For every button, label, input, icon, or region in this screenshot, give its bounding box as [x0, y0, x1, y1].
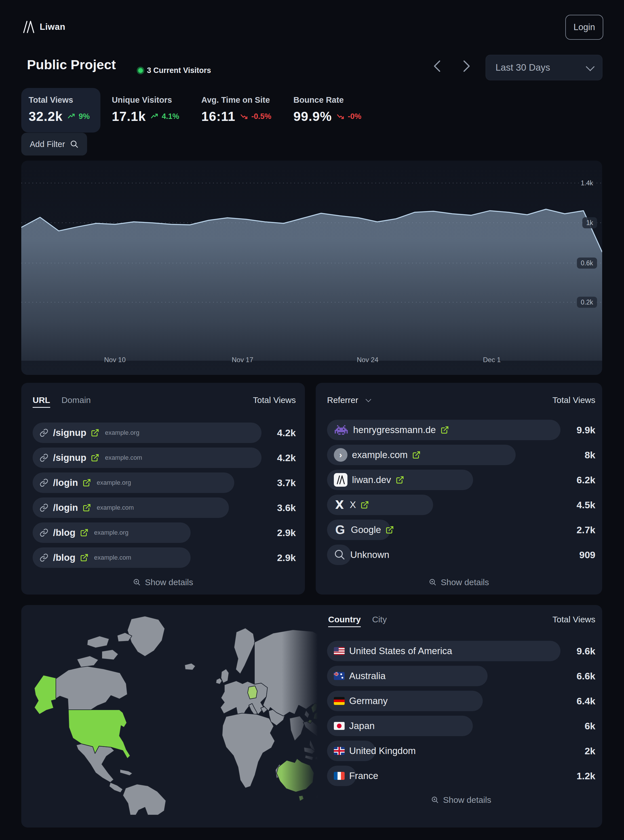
url-row[interactable]: /signup example.org 4.2k [32, 420, 296, 445]
stat-delta: -0.5% [241, 112, 272, 121]
country-row[interactable]: Japan 6k [327, 713, 595, 738]
country-name: France [349, 770, 378, 781]
referrer-name: Google [351, 524, 381, 535]
next-range-button[interactable] [459, 59, 474, 74]
external-link-icon[interactable] [91, 453, 99, 462]
country-row[interactable]: United Kingdom 2k [327, 738, 595, 763]
external-link-icon[interactable] [440, 426, 449, 434]
stat-delta: -0% [337, 112, 361, 121]
url-domain: example.com [105, 454, 142, 461]
referrer-name: example.com [352, 450, 408, 460]
country-name: Japan [349, 721, 375, 731]
url-row[interactable]: /login example.org 3.7k [32, 470, 296, 495]
referrer-dropdown[interactable]: Referrer [327, 395, 369, 405]
url-rows: /signup example.org 4.2k /signup example… [32, 420, 296, 570]
germany-flag-icon [334, 697, 344, 705]
country-row[interactable]: United States of America 9.6k [327, 639, 595, 664]
stat-value: 32.2k [29, 109, 63, 124]
url-path: /signup [53, 427, 86, 438]
stat-avg-time[interactable]: Avg. Time on Site 16:11 -0.5% [194, 88, 282, 133]
x-tick-label: Nov 10 [104, 356, 126, 364]
country-row[interactable]: Germany 6.4k [327, 688, 595, 713]
referrer-name: X [350, 500, 356, 510]
chevron-down-icon [366, 396, 371, 402]
y-tick-label: 1k [582, 217, 597, 229]
url-path: /login [53, 502, 78, 513]
tab-city[interactable]: City [372, 615, 387, 624]
url-row[interactable]: /blog example.com 2.9k [32, 545, 296, 570]
stat-total-views[interactable]: Total Views 32.2k 9% [21, 88, 100, 133]
referrer-show-details-button[interactable]: Show details [316, 577, 602, 587]
area-chart[interactable] [21, 161, 602, 375]
row-views: 2.9k [277, 552, 296, 563]
current-visitors-label: 3 Current Visitors [147, 66, 211, 75]
geo-panel: Country City Total Views United States o… [21, 605, 602, 828]
row-views: 8k [585, 450, 595, 461]
zoom-in-icon [431, 796, 439, 804]
url-show-details-button[interactable]: Show details [21, 577, 305, 587]
login-button[interactable]: Login [565, 15, 603, 40]
stat-delta: 4.1% [151, 112, 179, 121]
stat-bounce-rate[interactable]: Bounce Rate 99.9% -0% [286, 88, 372, 133]
referrer-name: Unknown [350, 549, 389, 560]
tab-url[interactable]: URL [32, 395, 50, 408]
france-flag-icon [334, 772, 344, 780]
geo-show-details-button[interactable]: Show details [327, 795, 595, 805]
link-icon [39, 553, 48, 562]
add-filter-button[interactable]: Add Filter [21, 133, 87, 156]
stat-value: 99.9% [293, 109, 332, 124]
trend-down-icon [337, 113, 346, 119]
row-views: 3.6k [277, 502, 296, 514]
referrer-row[interactable]: X X 4.5k [327, 492, 595, 517]
referrer-row[interactable]: G Google 2.7k [327, 517, 595, 542]
link-icon [39, 503, 48, 512]
external-link-icon[interactable] [396, 476, 404, 484]
x-tick-label: Nov 17 [232, 356, 253, 364]
trend-up-icon [151, 113, 159, 119]
external-link-icon[interactable] [83, 503, 91, 512]
country-name: United Kingdom [349, 746, 416, 756]
trend-down-icon [241, 113, 249, 119]
stats-row: Total Views 32.2k 9% Unique Visitors 17.… [21, 88, 372, 133]
date-range-select[interactable]: Last 30 Days [486, 55, 602, 80]
referrer-row[interactable]: liwan.dev 6.2k [327, 467, 595, 492]
external-link-icon[interactable] [83, 478, 91, 487]
tab-domain[interactable]: Domain [62, 395, 91, 405]
url-row[interactable]: /signup example.com 4.2k [32, 445, 296, 470]
external-link-icon[interactable] [385, 526, 394, 534]
url-row[interactable]: /blog example.org 2.9k [32, 520, 296, 545]
referrer-row[interactable]: Unknown 909 [327, 542, 595, 567]
external-link-icon[interactable] [80, 528, 88, 537]
x-tick-label: Nov 24 [357, 356, 378, 364]
url-panel: URL Domain Total Views /signup example.o… [21, 383, 305, 594]
url-row[interactable]: /login example.com 3.6k [32, 495, 296, 520]
stat-label: Total Views [29, 95, 90, 105]
country-row[interactable]: Australia 6.6k [327, 664, 595, 688]
row-views: 4.5k [577, 500, 595, 510]
row-views: 6k [585, 721, 595, 732]
stat-delta: 9% [68, 112, 90, 121]
row-views: 909 [579, 549, 595, 560]
external-link-icon[interactable] [80, 553, 88, 562]
external-link-icon[interactable] [360, 501, 369, 509]
us-flag-icon [334, 647, 344, 655]
prev-range-button[interactable] [430, 59, 444, 74]
app-brand[interactable]: Liwan [22, 19, 65, 35]
tab-country[interactable]: Country [328, 615, 361, 627]
trend-up-icon [68, 113, 76, 119]
world-map-svg [26, 613, 323, 816]
row-views: 9.6k [577, 646, 595, 657]
external-link-icon[interactable] [412, 451, 421, 459]
external-link-icon[interactable] [91, 429, 99, 437]
stat-label: Bounce Rate [293, 95, 361, 105]
liwan-favicon-icon [334, 473, 348, 487]
country-row[interactable]: France 1.2k [327, 763, 595, 788]
referrer-row[interactable]: › example.com 8k [327, 442, 595, 467]
link-icon [39, 528, 48, 537]
referrer-row[interactable]: henrygressmann.de 9.9k [327, 418, 595, 442]
row-views: 4.2k [277, 427, 296, 438]
stat-unique-visitors[interactable]: Unique Visitors 17.1k 4.1% [104, 88, 190, 133]
chart-area-fill [21, 209, 602, 361]
link-icon [39, 453, 48, 462]
url-domain: example.org [97, 479, 131, 486]
